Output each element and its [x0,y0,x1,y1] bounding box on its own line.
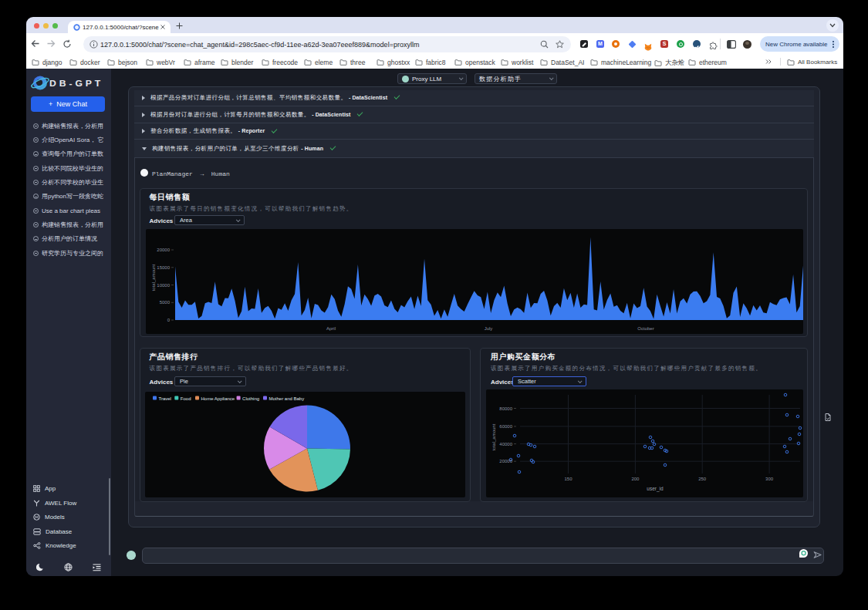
svg-text:15000: 15000 [157,265,170,270]
svg-text:October: October [637,326,654,331]
svg-text:Home Appliance: Home Appliance [201,396,235,401]
svg-text:total_amount: total_amount [151,264,156,291]
svg-text:10000: 10000 [157,283,170,288]
svg-text:Clothing: Clothing [242,396,259,401]
svg-text:July: July [485,326,493,331]
svg-text:250: 250 [698,477,707,481]
svg-text:Mother and Baby: Mother and Baby [269,396,305,401]
svg-text:Travel: Travel [159,396,171,401]
svg-text:5000: 5000 [160,300,171,305]
svg-text:150: 150 [564,477,572,481]
svg-text:60000: 60000 [499,424,512,429]
svg-text:80000: 80000 [499,406,512,411]
svg-text:200: 200 [631,477,640,481]
svg-text:user_id: user_id [647,486,664,492]
svg-text:Food: Food [181,396,191,401]
svg-text:total_amount: total_amount [491,423,496,450]
svg-text:20000: 20000 [499,459,512,463]
svg-text:0: 0 [167,318,171,322]
svg-text:40000: 40000 [499,442,512,447]
svg-text:300: 300 [765,477,774,481]
svg-text:20000: 20000 [157,248,170,252]
svg-text:April: April [326,326,336,331]
